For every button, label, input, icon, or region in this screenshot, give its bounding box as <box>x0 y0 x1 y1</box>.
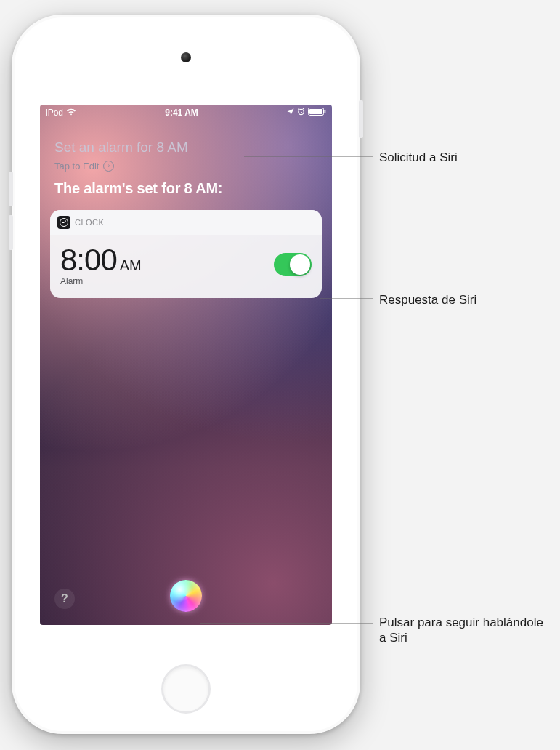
siri-response-text: The alarm's set for 8 AM: <box>50 180 322 197</box>
device-body: iPod 9:41 AM <box>15 17 357 731</box>
siri-orb-button[interactable] <box>170 580 202 612</box>
alarm-toggle[interactable] <box>274 253 312 276</box>
siri-request-block[interactable]: Set an alarm for 8 AM Tap to Edit › <box>50 140 322 172</box>
tap-to-edit-button[interactable]: Tap to Edit › <box>54 161 322 172</box>
clock-alarm-card[interactable]: CLOCK 8:00 AM Alarm <box>50 210 322 298</box>
ipod-touch-device: iPod 9:41 AM <box>12 15 360 734</box>
alarm-time: 8:00 <box>60 243 117 278</box>
home-button[interactable] <box>161 664 211 714</box>
siri-screen: iPod 9:41 AM <box>40 105 332 625</box>
callout-response: Respuesta de Siri <box>379 292 546 307</box>
front-camera <box>181 52 191 62</box>
status-bar: iPod 9:41 AM <box>40 105 332 121</box>
callout-request: Solicitud a Siri <box>379 150 546 165</box>
alarm-ampm: AM <box>120 257 142 274</box>
svg-rect-2 <box>309 109 322 114</box>
alarm-label: Alarm <box>60 276 274 286</box>
svg-rect-3 <box>325 110 326 113</box>
clock-app-icon <box>57 216 70 229</box>
volume-down-button[interactable] <box>9 215 13 250</box>
card-header: CLOCK <box>50 210 322 235</box>
chevron-right-icon: › <box>103 161 114 172</box>
volume-up-button[interactable] <box>9 172 13 206</box>
tap-to-edit-label: Tap to Edit <box>54 161 99 172</box>
card-app-label: CLOCK <box>75 218 104 227</box>
battery-icon <box>308 108 326 118</box>
alarm-indicator-icon <box>297 108 305 118</box>
status-time: 9:41 AM <box>76 108 287 118</box>
siri-request-text: Set an alarm for 8 AM <box>54 140 322 156</box>
location-icon <box>287 108 294 118</box>
sleep-wake-button[interactable] <box>359 100 363 138</box>
top-bezel <box>15 17 357 105</box>
callout-orb: Pulsar para seguir hablándole a Siri <box>379 615 546 646</box>
wifi-icon <box>66 108 76 118</box>
device-label: iPod <box>46 108 63 118</box>
